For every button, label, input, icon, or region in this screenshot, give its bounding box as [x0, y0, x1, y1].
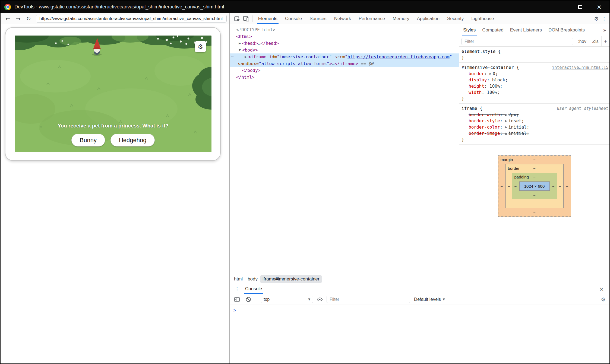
more-tabs-icon[interactable]: »: [600, 27, 609, 33]
url-bar[interactable]: [36, 15, 227, 23]
expand-icon[interactable]: ▶: [505, 132, 507, 135]
devtools-tabbar: ElementsConsoleSourcesNetworkPerformance…: [254, 13, 498, 24]
title-bar: DevTools - www.gstatic.com/assistant/int…: [1, 1, 609, 13]
css-property[interactable]: height: 100%;: [462, 83, 608, 89]
browser-navbar: ← → ↻: [1, 13, 229, 24]
console-log-area[interactable]: >: [230, 305, 609, 363]
canvas-settings-button[interactable]: ⚙: [195, 41, 206, 52]
drawer-tab-console[interactable]: Console: [244, 284, 264, 294]
clear-console-icon[interactable]: [244, 295, 253, 304]
styles-tab-event-listeners[interactable]: Event Listeners: [507, 24, 545, 36]
css-property[interactable]: display: block;: [462, 77, 608, 83]
live-expression-eye-icon[interactable]: [315, 295, 324, 304]
device-toolbar-icon[interactable]: [242, 14, 251, 23]
chrome-logo-icon: [4, 4, 11, 10]
dom-line[interactable]: <html>: [230, 33, 459, 40]
styles-tab-computed[interactable]: Computed: [479, 24, 507, 36]
back-icon[interactable]: ←: [3, 14, 12, 23]
devtools-tab-lighthouse[interactable]: Lighthouse: [467, 13, 498, 24]
dom-line[interactable]: <!DOCTYPE html>: [230, 26, 459, 33]
choice-button-hedgehog[interactable]: Hedgehog: [110, 134, 155, 146]
execution-context-selector[interactable]: top ▼: [261, 296, 313, 303]
window-title: DevTools - www.gstatic.com/assistant/int…: [14, 4, 224, 10]
style-rule: element.style {}: [459, 47, 609, 63]
styles-tab-styles[interactable]: Styles: [460, 24, 479, 36]
devtools-tab-security[interactable]: Security: [443, 13, 467, 24]
dom-line[interactable]: </body>: [230, 67, 459, 74]
styles-toggles: :hov.cls+: [575, 36, 609, 46]
rule-source-link[interactable]: user agent stylesheet: [557, 106, 608, 112]
box-model-margin[interactable]: margin − − − − border − − − −: [498, 155, 571, 217]
expand-icon[interactable]: ▶: [505, 126, 507, 129]
css-property[interactable]: border-image: ▶initial;: [462, 130, 608, 136]
console-sidebar-icon[interactable]: [232, 295, 242, 304]
style-rule: interactive…him.html:15#immersive-contai…: [459, 63, 609, 104]
rule-source-link[interactable]: interactive…him.html:15: [552, 65, 608, 71]
game-question-text: You receive a pet from a princess. What …: [15, 123, 211, 129]
choice-button-bunny[interactable]: Bunny: [71, 134, 105, 146]
collapse-icon[interactable]: ▼: [237, 47, 242, 53]
devtools-settings-icon[interactable]: ⚙: [594, 15, 599, 22]
console-drawer: ⋮ Console × top ▼: [230, 284, 609, 363]
devtools-tab-elements[interactable]: Elements: [254, 13, 281, 24]
css-property[interactable]: width: 100%;: [462, 89, 608, 95]
styles-filter-input[interactable]: [462, 38, 573, 45]
forward-icon[interactable]: →: [14, 14, 23, 23]
reload-icon[interactable]: ↻: [24, 14, 33, 23]
devtools-tab-memory[interactable]: Memory: [389, 13, 413, 24]
devtools-window: DevTools - www.gstatic.com/assistant/int…: [0, 0, 610, 364]
dom-line[interactable]: ▼<body>: [230, 47, 459, 53]
box-model-border[interactable]: border − − − − padding − − −: [505, 164, 564, 208]
dom-line[interactable]: …▶<iframe id="immersive-container" src="…: [230, 53, 459, 60]
expand-icon[interactable]: ▶: [243, 53, 248, 60]
inspect-element-icon[interactable]: [232, 14, 242, 23]
maximize-button[interactable]: [575, 3, 585, 11]
box-model-padding[interactable]: padding − − − − 1024 × 600: [512, 173, 557, 199]
elements-panel: <!DOCTYPE html><html>▶<head>…</head>▼<bo…: [230, 24, 459, 284]
css-property[interactable]: border-style: ▶inset;: [462, 118, 608, 124]
close-button[interactable]: ×: [594, 3, 604, 11]
css-property[interactable]: border-color: ▶initial;: [462, 124, 608, 130]
box-model-content[interactable]: 1024 × 600: [519, 181, 550, 191]
gear-icon: ⚙: [198, 43, 203, 50]
devtools-tab-network[interactable]: Network: [330, 13, 355, 24]
css-property[interactable]: border: ▶0;: [462, 71, 608, 77]
dom-line[interactable]: sandbox="allow-scripts allow-forms">…</i…: [230, 60, 459, 67]
expand-icon[interactable]: ▶: [489, 72, 492, 75]
chevron-down-icon: ▼: [443, 298, 445, 301]
dom-line[interactable]: ▶<head>…</head>: [230, 40, 459, 47]
more-actions-icon[interactable]: …: [231, 52, 234, 59]
dom-tree: <!DOCTYPE html><html>▶<head>…</head>▼<bo…: [230, 24, 459, 274]
devtools-menu-icon[interactable]: ⋮: [602, 16, 607, 22]
styles-tab-dom-breakpoints[interactable]: DOM Breakpoints: [545, 24, 588, 36]
breadcrumb-item[interactable]: body: [245, 275, 260, 283]
devtools-tab-sources[interactable]: Sources: [306, 13, 330, 24]
styles-filter-row: :hov.cls+: [459, 36, 609, 47]
console-filter-input[interactable]: [327, 296, 410, 303]
styles-sidebar: StylesComputedEvent ListenersDOM Breakpo…: [459, 24, 609, 284]
console-settings-icon[interactable]: ⚙: [601, 296, 606, 303]
log-levels-dropdown[interactable]: Default levels ▼: [412, 297, 447, 302]
devtools-tab-application[interactable]: Application: [413, 13, 443, 24]
styles-toggle[interactable]: .cls: [589, 36, 601, 46]
drawer-close-icon[interactable]: ×: [596, 286, 607, 292]
expand-icon[interactable]: ▶: [237, 40, 242, 47]
styles-tabbar: StylesComputedEvent ListenersDOM Breakpo…: [459, 24, 609, 36]
drawer-menu-icon[interactable]: ⋮: [232, 286, 242, 292]
style-rules: element.style {}interactive…him.html:15#…: [459, 47, 609, 145]
styles-toggle[interactable]: +: [601, 36, 609, 46]
dom-line[interactable]: </html>: [230, 74, 459, 81]
devtools-tab-console[interactable]: Console: [281, 13, 306, 24]
breadcrumb-item[interactable]: iframe#immersive-container: [260, 275, 322, 283]
css-property[interactable]: border-width: ▶2px;: [462, 111, 608, 118]
devtools-tab-performance[interactable]: Performance: [355, 13, 389, 24]
expand-icon[interactable]: ▶: [505, 119, 507, 122]
breadcrumb-item[interactable]: html: [232, 275, 245, 283]
styles-toggle[interactable]: :hov: [575, 36, 589, 46]
expand-icon[interactable]: ▶: [505, 113, 507, 116]
rule-selector: element.style {: [462, 48, 608, 55]
game-canvas: ⚙ You receive a pet from a princess. Wha…: [15, 36, 211, 152]
console-toolbar: top ▼ Default levels ▼ ⚙: [230, 294, 609, 305]
answer-chips: Bunny Hedgehog: [15, 134, 211, 146]
minimize-button[interactable]: [556, 3, 566, 11]
